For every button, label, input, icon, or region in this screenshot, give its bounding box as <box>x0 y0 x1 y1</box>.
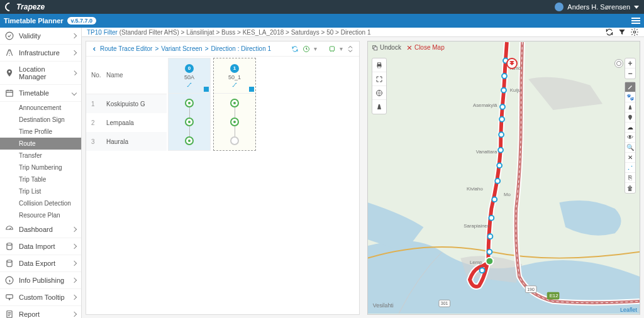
nav-timetable[interactable]: Timetable <box>0 85 81 102</box>
nav-sub-collision[interactable]: Collision Detection <box>0 197 81 209</box>
zoom-out-button[interactable]: − <box>625 69 635 79</box>
svg-rect-14 <box>330 47 335 51</box>
svg-point-12 <box>633 31 636 33</box>
pencil-tool[interactable] <box>625 82 635 92</box>
eye-tool[interactable]: 👁 <box>625 133 635 143</box>
table-row[interactable]: 2Lempaala <box>86 113 167 132</box>
map-route-icon[interactable] <box>186 82 192 88</box>
nav-sub-resource[interactable]: Resource Plan <box>0 209 81 221</box>
stop-node[interactable] <box>230 118 239 126</box>
breadcrumb-part[interactable]: Saturdays <box>291 29 319 36</box>
map[interactable]: Undock Close Map + − <box>367 41 640 315</box>
nav-sub-tripnumbering[interactable]: Trip Numbering <box>0 162 81 173</box>
chevron-down-icon[interactable] <box>634 6 639 9</box>
editor-path[interactable]: Route Trace Editor <box>100 45 152 52</box>
print-button[interactable] <box>372 58 386 72</box>
refresh-icon[interactable] <box>605 28 614 36</box>
nav-sub-timeprofile[interactable]: Time Profile <box>0 126 81 138</box>
table-row[interactable]: 1Koskipuisto G <box>86 94 167 113</box>
nav-sub-transfer[interactable]: Transfer <box>0 150 81 162</box>
nav-infopub[interactable]: Info Publishing <box>0 272 81 289</box>
chevron-icon <box>72 227 77 232</box>
nav-sub-triptable[interactable]: Trip Table <box>0 173 81 185</box>
nav-location[interactable]: Location Manager <box>0 62 81 85</box>
variant-column[interactable]: 0 50A <box>168 58 211 151</box>
nav-dataimport[interactable]: Data Import <box>0 238 81 255</box>
route-small-icon <box>627 165 633 171</box>
variant-id: 50A <box>184 74 194 80</box>
collapse-icon[interactable] <box>347 45 354 53</box>
svg-point-28 <box>631 165 633 167</box>
nav-validity[interactable]: Validity <box>0 28 81 45</box>
road-tool[interactable] <box>625 102 635 112</box>
chevron-left-icon[interactable] <box>91 46 97 52</box>
scroll-down-marker[interactable] <box>506 58 518 69</box>
nav-tooltip[interactable]: Custom Tooltip <box>0 289 81 306</box>
svg-rect-6 <box>6 295 13 299</box>
svg-point-42 <box>487 249 492 255</box>
cloud-tool[interactable]: ☁ <box>625 123 635 133</box>
menu-toggle-button[interactable] <box>631 18 640 24</box>
map-canvas[interactable]: Vesilahti Asemakylä Kuiju Sarapiainen Va… <box>368 41 640 314</box>
undock-button[interactable]: Undock <box>372 44 401 51</box>
copy-tool[interactable]: ⎘ <box>625 173 635 183</box>
nav-sub-triplist[interactable]: Trip List <box>0 185 81 197</box>
search-tool[interactable]: 🔍 <box>625 143 635 153</box>
variant-column-selected[interactable]: 1 50_1 <box>213 58 256 151</box>
nav-infrastructure[interactable]: Infrastructure <box>0 45 81 62</box>
pin-icon <box>5 69 14 77</box>
marker-tool[interactable] <box>625 112 635 123</box>
nav-sub-route[interactable]: Route <box>0 138 81 150</box>
fullscreen-button[interactable] <box>372 72 386 86</box>
pin-small-icon <box>627 114 633 121</box>
gear-icon[interactable] <box>630 28 639 36</box>
stop-node[interactable] <box>230 99 239 107</box>
breadcrumb-part[interactable]: 50 <box>326 29 333 36</box>
chevron-icon <box>72 312 77 317</box>
row-name: Haurala <box>106 138 128 145</box>
stop-node[interactable] <box>185 99 194 107</box>
road-view-button[interactable] <box>372 100 386 114</box>
zoom-in-button[interactable]: + <box>625 58 635 69</box>
nav-dashboard[interactable]: Dashboard <box>0 221 81 238</box>
breadcrumb-part[interactable]: Buss <box>221 29 235 36</box>
globe-button[interactable] <box>372 86 386 100</box>
breadcrumb-part[interactable]: Länsilinjat <box>186 29 214 36</box>
svg-point-43 <box>480 268 485 273</box>
map-label: Kuiju <box>510 87 521 93</box>
version-badge: v.5.7.7.0 <box>67 17 96 25</box>
map-label: Lemp <box>470 260 482 265</box>
chevron-icon <box>72 33 77 38</box>
map-label: Vesilahti <box>373 302 394 309</box>
username-label[interactable]: Anders H. Sørensen <box>567 3 630 11</box>
avatar[interactable] <box>555 3 564 11</box>
nav-report[interactable]: Report <box>0 306 81 318</box>
breadcrumb-part[interactable]: Direction 1 <box>341 29 371 36</box>
filter-icon[interactable] <box>618 28 626 36</box>
locate-button[interactable] <box>614 59 623 68</box>
table-row[interactable]: 3Haurala <box>86 132 167 151</box>
bus-icon[interactable] <box>328 45 336 53</box>
close-map-button[interactable]: Close Map <box>406 44 445 51</box>
editor-path[interactable]: Variant Screen <box>161 45 202 52</box>
nav-dataexport[interactable]: Data Export <box>0 255 81 272</box>
trash-tool[interactable]: 🗑 <box>625 183 635 193</box>
stop-node[interactable] <box>185 136 194 145</box>
map-route-icon[interactable] <box>231 82 238 88</box>
paw-tool[interactable]: 🐾 <box>625 92 635 102</box>
road-small-icon <box>627 104 633 111</box>
refresh-icon[interactable] <box>291 45 299 53</box>
map-attribution[interactable]: Leaflet <box>620 307 637 313</box>
breadcrumb-part[interactable]: KES_LA_2018 <box>243 29 284 36</box>
stop-node-inactive[interactable] <box>230 136 239 145</box>
map-label: Mo <box>504 192 511 197</box>
breadcrumb-filter-link[interactable]: TP10 Filter <box>87 29 118 36</box>
route-tool[interactable] <box>625 163 635 173</box>
nav-sub-announcement[interactable]: Announcement <box>0 102 81 114</box>
nav-sub-destination[interactable]: Destination Sign <box>0 114 81 126</box>
clock-icon[interactable] <box>303 45 310 53</box>
stop-node[interactable] <box>185 118 194 126</box>
close-tool[interactable]: ✕ <box>625 153 635 163</box>
map-label: Vanattara <box>476 149 497 155</box>
row-name: Koskipuisto G <box>106 101 145 107</box>
